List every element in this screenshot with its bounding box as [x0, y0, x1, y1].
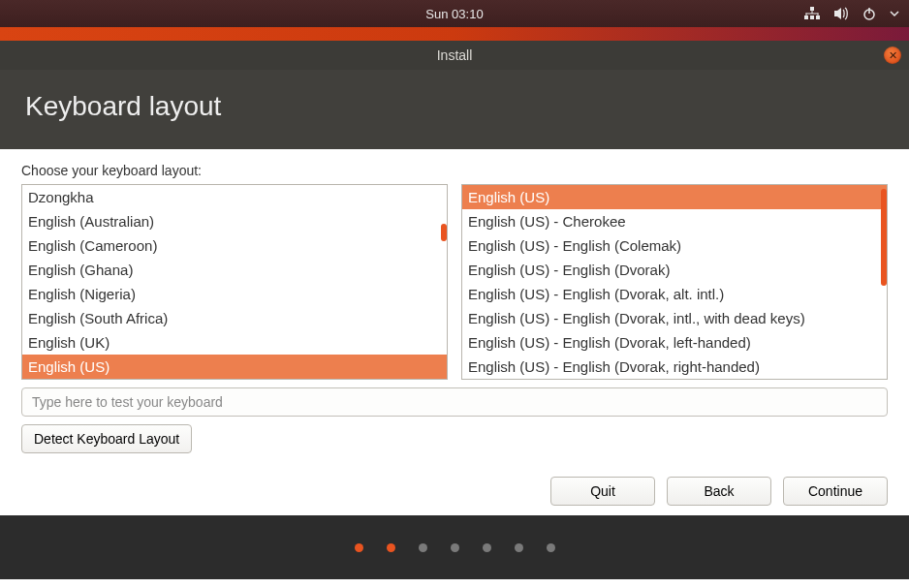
decorative-gradient — [0, 27, 909, 41]
svg-rect-3 — [816, 15, 820, 19]
network-icon[interactable] — [804, 7, 820, 20]
volume-icon[interactable] — [833, 7, 849, 20]
layout-item[interactable]: English (Ghana) — [22, 258, 447, 282]
layout-item[interactable]: English (South Africa) — [22, 306, 447, 330]
quit-button[interactable]: Quit — [550, 477, 655, 506]
window-titlebar: Install ✕ — [0, 41, 909, 70]
variant-item[interactable]: English (US) - English (Dvorak) — [462, 258, 887, 282]
variant-item[interactable]: English (US) - English (Colemak) — [462, 233, 887, 258]
variant-item[interactable]: English (US) - English (Macintosh) — [462, 379, 887, 380]
svg-rect-7 — [818, 14, 819, 16]
layout-item[interactable]: English (Cameroon) — [22, 233, 447, 258]
layout-item[interactable]: Dzongkha — [22, 185, 447, 209]
variant-item[interactable]: English (US) - English (Dvorak, right-ha… — [462, 355, 887, 379]
scrollbar-thumb[interactable] — [881, 189, 887, 286]
page-header: Keyboard layout — [0, 70, 909, 149]
back-button[interactable]: Back — [667, 477, 771, 506]
variant-item[interactable]: English (US) - Cherokee — [462, 209, 887, 233]
layout-item[interactable]: Esperanto — [22, 379, 447, 380]
progress-dot — [451, 543, 459, 552]
clock-text: Sun 03:10 — [425, 7, 483, 21]
close-button[interactable]: ✕ — [884, 46, 901, 64]
window-title: Install — [437, 47, 473, 63]
svg-rect-0 — [810, 7, 814, 11]
continue-button[interactable]: Continue — [783, 477, 888, 506]
variant-item[interactable]: English (US) - English (Dvorak, left-han… — [462, 330, 887, 355]
detect-layout-button[interactable]: Detect Keyboard Layout — [21, 424, 192, 453]
variant-item[interactable]: English (US) — [462, 185, 887, 209]
layout-lists: DzongkhaEnglish (Australian)English (Cam… — [21, 184, 888, 380]
close-icon: ✕ — [889, 49, 897, 62]
footer-buttons: Quit Back Continue — [21, 477, 888, 506]
progress-dot — [547, 543, 555, 552]
power-icon[interactable] — [862, 7, 876, 20]
svg-rect-5 — [806, 14, 819, 15]
page-title: Keyboard layout — [25, 91, 884, 122]
scrollbar-thumb[interactable] — [441, 224, 447, 241]
progress-dot — [355, 543, 363, 552]
layout-item[interactable]: English (Nigeria) — [22, 282, 447, 306]
system-topbar: Sun 03:10 — [0, 0, 909, 27]
prompt-text: Choose your keyboard layout: — [21, 163, 888, 178]
svg-rect-2 — [810, 15, 814, 19]
progress-indicator — [0, 515, 909, 579]
layout-item[interactable]: English (US) — [22, 355, 447, 379]
layout-item[interactable]: English (UK) — [22, 330, 447, 355]
progress-dot — [387, 543, 395, 552]
variants-listbox[interactable]: English (US)English (US) - CherokeeEngli… — [461, 184, 888, 380]
progress-dot — [483, 543, 491, 552]
progress-dot — [515, 543, 523, 552]
progress-dot — [419, 543, 427, 552]
svg-rect-1 — [804, 15, 808, 19]
chevron-down-icon[interactable] — [890, 10, 899, 17]
system-tray — [804, 7, 899, 20]
variant-item[interactable]: English (US) - English (Dvorak, alt. int… — [462, 282, 887, 306]
layouts-listbox[interactable]: DzongkhaEnglish (Australian)English (Cam… — [21, 184, 448, 380]
main-content: Choose your keyboard layout: DzongkhaEng… — [0, 149, 909, 515]
svg-rect-6 — [806, 14, 807, 16]
variant-item[interactable]: English (US) - English (Dvorak, intl., w… — [462, 306, 887, 330]
keyboard-test-input[interactable] — [21, 387, 888, 417]
layout-item[interactable]: English (Australian) — [22, 209, 447, 233]
